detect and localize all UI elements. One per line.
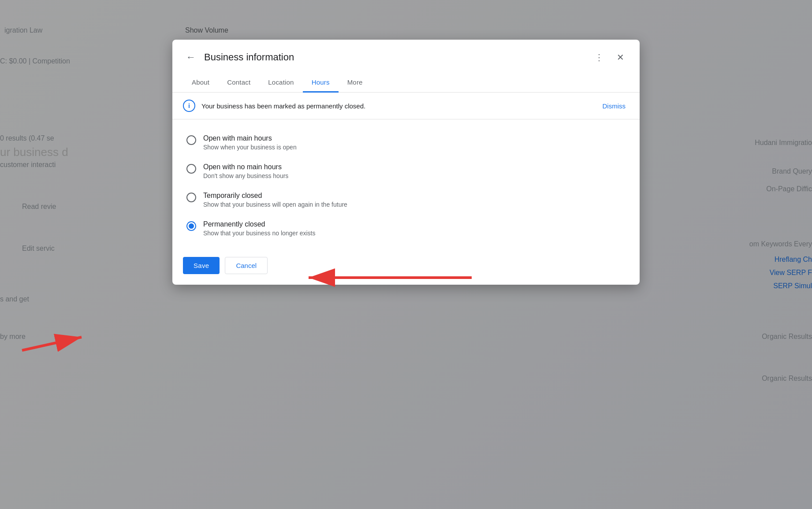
back-button[interactable]: ← [183, 49, 199, 65]
option-open-no-hours-text: Open with no main hours Don't show any b… [203, 163, 288, 179]
dialog-header: ← Business information ⋮ ✕ [172, 40, 640, 66]
option-permanently-closed-subtitle: Show that your business no longer exists [203, 230, 315, 237]
option-open-main-hours-text: Open with main hours Show when your busi… [203, 134, 297, 151]
tab-hours[interactable]: Hours [303, 73, 339, 93]
dialog-title: Business information [204, 52, 585, 63]
cancel-button[interactable]: Cancel [225, 257, 268, 274]
notice-banner: i Your business has been marked as perma… [172, 93, 640, 119]
option-open-main-hours-title: Open with main hours [203, 134, 297, 142]
option-temporarily-closed[interactable]: Temporarily closed Show that your busine… [183, 186, 629, 214]
option-permanently-closed-title: Permanently closed [203, 220, 315, 228]
option-permanently-closed[interactable]: Permanently closed Show that your busine… [183, 214, 629, 243]
info-icon: i [183, 100, 195, 112]
option-temporarily-closed-text: Temporarily closed Show that your busine… [203, 192, 347, 208]
save-button[interactable]: Save [183, 257, 220, 274]
dismiss-button[interactable]: Dismiss [599, 100, 629, 111]
radio-open-main-hours[interactable] [186, 135, 196, 145]
tab-location[interactable]: Location [259, 73, 302, 93]
option-temporarily-closed-subtitle: Show that your business will open again … [203, 201, 347, 208]
header-actions: ⋮ ✕ [590, 48, 629, 66]
dialog-footer: Save Cancel [172, 253, 640, 285]
overlay: ← Business information ⋮ ✕ About Contact… [0, 0, 812, 509]
more-options-button[interactable]: ⋮ [590, 48, 608, 66]
option-open-no-hours[interactable]: Open with no main hours Don't show any b… [183, 157, 629, 186]
radio-temporarily-closed[interactable] [186, 193, 196, 202]
tab-more[interactable]: More [339, 73, 372, 93]
business-info-dialog: ← Business information ⋮ ✕ About Contact… [172, 40, 640, 285]
option-open-no-hours-title: Open with no main hours [203, 163, 288, 171]
option-open-main-hours[interactable]: Open with main hours Show when your busi… [183, 128, 629, 157]
option-open-no-hours-subtitle: Don't show any business hours [203, 172, 288, 179]
option-permanently-closed-text: Permanently closed Show that your busine… [203, 220, 315, 237]
hours-options: Open with main hours Show when your busi… [172, 119, 640, 253]
tab-contact[interactable]: Contact [218, 73, 259, 93]
tabs-bar: About Contact Location Hours More [172, 73, 640, 93]
notice-text: Your business has been marked as permane… [201, 102, 593, 110]
close-button[interactable]: ✕ [611, 48, 629, 66]
option-temporarily-closed-title: Temporarily closed [203, 192, 347, 200]
radio-permanently-closed[interactable] [186, 221, 196, 231]
option-open-main-hours-subtitle: Show when your business is open [203, 144, 297, 151]
tab-about[interactable]: About [183, 73, 218, 93]
radio-open-no-hours[interactable] [186, 164, 196, 174]
